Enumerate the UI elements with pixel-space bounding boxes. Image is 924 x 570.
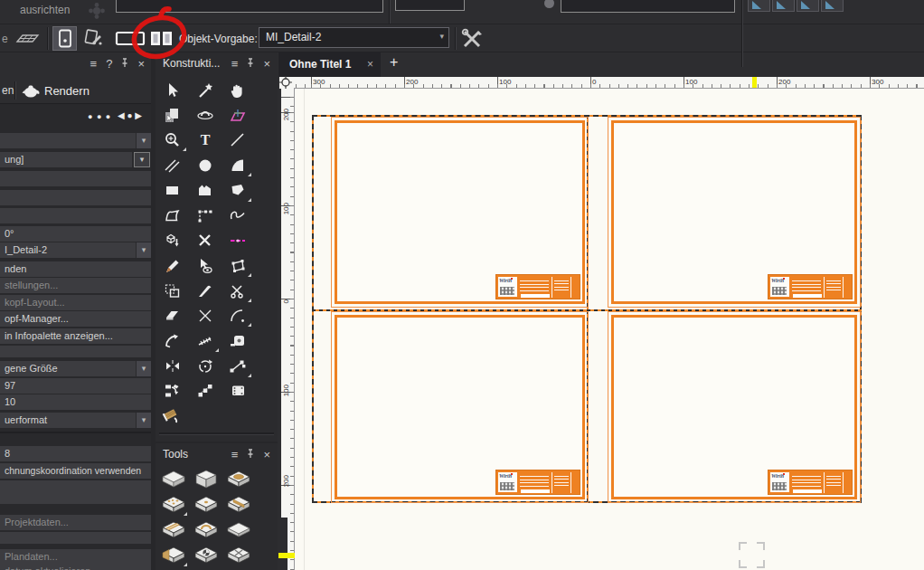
align-tool[interactable] <box>159 356 186 377</box>
title-block[interactable]: Wirth <box>768 470 853 495</box>
copy-frame-tool[interactable] <box>159 280 186 302</box>
slab-fan-tool[interactable] <box>193 545 220 566</box>
array-tool[interactable] <box>224 380 251 402</box>
width-field[interactable]: 97 <box>0 378 151 394</box>
eraser-tool[interactable] <box>159 305 186 327</box>
sheet-top-right[interactable]: Wirth <box>611 120 857 304</box>
text-tool[interactable]: T <box>192 129 219 151</box>
rectangle-tool[interactable] <box>159 180 186 202</box>
drawing-surface[interactable]: Wirth Wirth <box>295 89 924 570</box>
magic-wand-tool[interactable] <box>192 80 219 101</box>
slab-cross-tool[interactable] <box>225 545 252 566</box>
double-line-tool[interactable] <box>159 155 186 176</box>
flat-view-icon[interactable] <box>14 32 40 48</box>
slab-hole-tool[interactable] <box>193 494 220 516</box>
orientation-combo[interactable]: uerformat▾ <box>0 413 151 428</box>
hatch-roller-tool[interactable] <box>159 405 186 427</box>
node-edit-tool[interactable] <box>192 205 219 227</box>
combo-row[interactable]: ▾ <box>0 133 151 148</box>
spline-tool[interactable] <box>224 205 251 227</box>
height-field[interactable]: 10 <box>0 394 151 410</box>
chevron-down-icon[interactable]: ▾ <box>439 32 444 41</box>
field-row[interactable] <box>0 171 151 186</box>
slab-wedge-tool[interactable] <box>160 545 187 566</box>
checkbox-label-row[interactable]: chnungskoordination verwenden <box>0 463 151 479</box>
button-row[interactable]: in Infopalette anzeigen... <box>0 328 151 344</box>
menu-icon[interactable]: ≡ <box>90 57 98 71</box>
cut-button-label[interactable]: e <box>2 33 8 45</box>
angle-field[interactable]: 0° <box>0 226 151 242</box>
button-row[interactable]: nden <box>0 261 151 277</box>
pin-icon[interactable] <box>247 57 254 71</box>
new-tab-button[interactable]: + <box>390 54 398 71</box>
field-row[interactable] <box>0 532 151 544</box>
nav-arrows-icon[interactable]: ◀ ● ▶ <box>118 110 142 120</box>
stitch-tool[interactable] <box>192 330 219 352</box>
extrude-tool[interactable] <box>159 230 186 252</box>
zoom-tool[interactable] <box>159 129 186 151</box>
measure-tape-tool[interactable] <box>224 330 251 352</box>
size-combo[interactable]: gene Größe▾ <box>0 361 151 376</box>
page-edit-button[interactable] <box>80 27 105 51</box>
deform-tool[interactable] <box>224 255 251 277</box>
chevron-down-icon[interactable]: ▾ <box>136 242 151 258</box>
polyline-tool[interactable] <box>224 180 251 202</box>
fillet-tool[interactable] <box>224 305 251 327</box>
menu-item-ausrichten[interactable]: ausrichten <box>20 4 70 16</box>
toolbar-input-2[interactable] <box>395 0 465 11</box>
field-row[interactable] <box>0 190 151 205</box>
tab-cut-label[interactable]: en <box>2 84 14 97</box>
tab-ohne-titel-1[interactable]: Ohne Titel 1 × <box>278 52 381 77</box>
measure-distance-tool[interactable] <box>224 356 251 377</box>
customize-tools-button[interactable] <box>459 28 486 50</box>
pin-icon[interactable] <box>121 57 128 71</box>
workplane-tool[interactable] <box>224 105 251 127</box>
title-block[interactable]: Wirth <box>495 274 580 299</box>
construction-line-tool[interactable] <box>224 230 251 252</box>
delete-tool[interactable] <box>192 230 219 252</box>
distribute-tool[interactable] <box>159 380 186 402</box>
slab-channel-tool[interactable] <box>160 519 187 541</box>
dots-icon[interactable]: ● ● ● <box>88 112 111 121</box>
rotate-tool[interactable] <box>192 356 219 377</box>
close-icon[interactable]: × <box>137 57 145 71</box>
knife-tool[interactable] <box>192 280 219 302</box>
chevron-down-button[interactable]: ▾ <box>134 152 150 167</box>
freeform-polygon-tool[interactable] <box>159 205 186 227</box>
toolbar-input-3[interactable] <box>561 0 735 13</box>
objekt-vorgabe-dropdown[interactable]: MI_Detail-2 ▾ <box>259 27 449 48</box>
sheet-top-left[interactable]: Wirth <box>335 120 585 304</box>
title-block[interactable]: Wirth <box>768 274 853 299</box>
polygon-tool[interactable] <box>192 180 219 202</box>
sheet-bottom-left[interactable]: Wirth <box>335 315 585 499</box>
pen-tool[interactable] <box>159 255 186 277</box>
slab-tool[interactable] <box>160 469 187 490</box>
step-copy-tool[interactable] <box>192 380 219 402</box>
vertical-ruler[interactable]: 200 100 0 100 200 <box>281 89 295 570</box>
slab-arch-tool[interactable] <box>193 519 220 541</box>
button-row[interactable]: opf-Manager... <box>0 311 151 327</box>
splitter[interactable] <box>159 432 274 434</box>
sheet-bottom-right[interactable]: Wirth <box>611 315 857 499</box>
toolbar-input-1[interactable] <box>116 0 383 13</box>
tab-rendern[interactable]: Rendern <box>44 84 90 98</box>
scissors-tool[interactable] <box>224 280 251 302</box>
slab-oval-tool[interactable] <box>225 469 252 490</box>
view-button-1[interactable] <box>748 0 770 12</box>
select-tool[interactable] <box>159 80 186 101</box>
page-portrait-button[interactable] <box>52 26 77 51</box>
chamfer-tool[interactable] <box>159 330 186 352</box>
page-landscape-button[interactable] <box>112 29 148 49</box>
view-button-4[interactable] <box>821 0 844 12</box>
close-icon[interactable]: × <box>263 57 270 71</box>
view-button-3[interactable] <box>797 0 819 12</box>
horizontal-ruler[interactable]: 300 200 100 0 100 200 300 <box>294 77 924 89</box>
field-row[interactable]: ung] <box>0 152 132 167</box>
slab-holes-tool[interactable] <box>160 494 187 516</box>
orbit-tool[interactable] <box>192 105 219 127</box>
box-tool[interactable] <box>193 469 220 490</box>
arc-tool[interactable] <box>224 155 251 176</box>
menu-icon[interactable]: ≡ <box>231 448 239 461</box>
slab-fold-tool[interactable] <box>225 494 252 516</box>
chevron-down-icon[interactable]: ▾ <box>136 133 151 148</box>
